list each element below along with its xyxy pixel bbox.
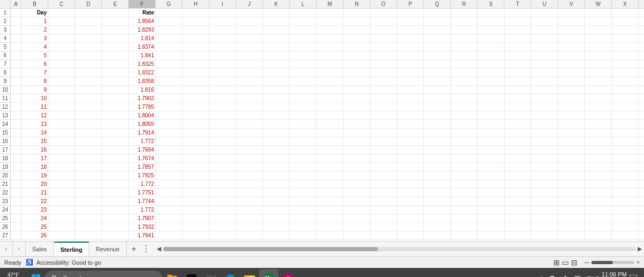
cell[interactable] — [102, 240, 129, 241]
cell[interactable] — [48, 231, 75, 240]
cell[interactable] — [504, 197, 531, 206]
cell[interactable] — [343, 137, 370, 146]
cell[interactable] — [236, 77, 263, 86]
cell[interactable] — [236, 214, 263, 223]
cell[interactable] — [263, 129, 290, 137]
row-number[interactable]: 28 — [0, 240, 11, 241]
cell[interactable] — [531, 240, 558, 241]
cell[interactable] — [263, 180, 290, 189]
col-header-a[interactable]: A — [11, 0, 21, 9]
cell[interactable] — [209, 223, 236, 231]
cell[interactable] — [290, 163, 317, 171]
cell[interactable] — [504, 43, 531, 51]
cell[interactable] — [612, 51, 639, 60]
cell[interactable] — [102, 189, 129, 197]
cell[interactable] — [182, 231, 209, 240]
cell[interactable] — [585, 171, 612, 180]
cell[interactable] — [290, 146, 317, 154]
cell[interactable] — [612, 146, 639, 154]
cell[interactable] — [424, 223, 451, 231]
cell[interactable]: 26 — [21, 231, 48, 240]
cell[interactable] — [290, 137, 317, 146]
cell[interactable] — [558, 51, 585, 60]
cell[interactable] — [612, 231, 639, 240]
battery-icon[interactable] — [573, 274, 583, 277]
cell[interactable] — [370, 77, 397, 86]
cell[interactable] — [75, 197, 102, 206]
cell[interactable] — [156, 111, 182, 120]
cell[interactable] — [639, 163, 644, 171]
row-number[interactable]: 1 — [0, 9, 11, 17]
cell[interactable] — [531, 137, 558, 146]
cell[interactable] — [263, 137, 290, 146]
cell[interactable] — [397, 86, 424, 94]
cell[interactable]: 1.8293 — [129, 26, 156, 34]
taskbar-app-files[interactable] — [163, 269, 182, 277]
cell[interactable] — [236, 206, 263, 214]
cell[interactable] — [612, 103, 639, 111]
cell[interactable] — [290, 154, 317, 163]
cell[interactable] — [504, 60, 531, 69]
cell[interactable] — [585, 214, 612, 223]
cell[interactable] — [585, 146, 612, 154]
cell[interactable] — [263, 60, 290, 69]
cell[interactable] — [182, 26, 209, 34]
cell[interactable] — [612, 43, 639, 51]
cell[interactable] — [370, 171, 397, 180]
cell[interactable] — [343, 223, 370, 231]
row-number[interactable]: 20 — [0, 171, 11, 180]
cell[interactable]: 1.8004 — [129, 111, 156, 120]
cell[interactable] — [343, 77, 370, 86]
cell[interactable] — [48, 223, 75, 231]
row-number[interactable]: 7 — [0, 60, 11, 69]
cell[interactable] — [531, 171, 558, 180]
cell[interactable] — [424, 94, 451, 103]
cell[interactable] — [209, 51, 236, 60]
weather-widget[interactable]: 47°F Cloudy — [4, 272, 27, 277]
cell[interactable]: 1.7684 — [129, 146, 156, 154]
cell[interactable] — [343, 86, 370, 94]
cell[interactable] — [290, 51, 317, 60]
col-header-y[interactable]: Y — [639, 0, 644, 9]
cell[interactable]: 23 — [21, 206, 48, 214]
cell[interactable] — [585, 51, 612, 60]
cell[interactable] — [317, 103, 343, 111]
cell[interactable] — [75, 231, 102, 240]
cell[interactable] — [424, 206, 451, 214]
cell[interactable] — [11, 146, 21, 154]
windows-start-button[interactable] — [27, 270, 45, 277]
search-bar[interactable]: Search — [45, 271, 163, 277]
cell[interactable] — [478, 43, 504, 51]
cell[interactable] — [317, 189, 343, 197]
cell[interactable] — [182, 111, 209, 120]
cell[interactable] — [585, 94, 612, 103]
sheet-options-button[interactable]: ⋮ — [142, 244, 150, 254]
cell[interactable]: 1.8358 — [129, 77, 156, 86]
cell[interactable] — [317, 180, 343, 189]
cell[interactable] — [531, 111, 558, 120]
cell[interactable] — [317, 26, 343, 34]
cell[interactable] — [209, 77, 236, 86]
cell[interactable] — [209, 26, 236, 34]
cell[interactable] — [531, 43, 558, 51]
col-header-g[interactable]: G — [156, 0, 182, 9]
cell[interactable] — [585, 231, 612, 240]
cell[interactable] — [639, 9, 644, 17]
cell[interactable] — [263, 9, 290, 17]
cell[interactable] — [639, 240, 644, 241]
cell[interactable] — [370, 43, 397, 51]
cell[interactable] — [75, 94, 102, 103]
cell[interactable] — [156, 60, 182, 69]
cell[interactable] — [102, 26, 129, 34]
cell[interactable] — [504, 26, 531, 34]
row-number[interactable]: 15 — [0, 129, 11, 137]
cell[interactable] — [424, 17, 451, 26]
cell[interactable] — [424, 240, 451, 241]
cell[interactable] — [182, 163, 209, 171]
cell[interactable]: 7 — [21, 69, 48, 77]
cell[interactable] — [585, 77, 612, 86]
cell[interactable] — [424, 60, 451, 69]
cell[interactable] — [317, 163, 343, 171]
cell[interactable] — [102, 163, 129, 171]
cell[interactable] — [504, 111, 531, 120]
